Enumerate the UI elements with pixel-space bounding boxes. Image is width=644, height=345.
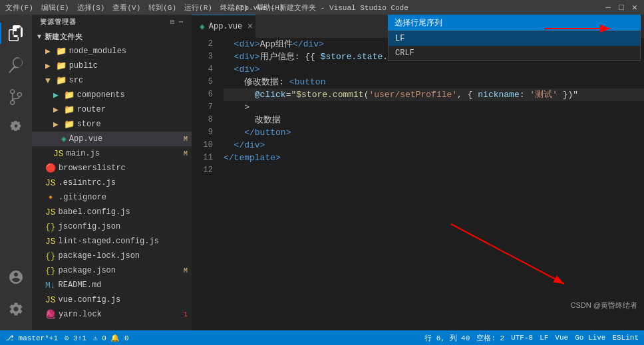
window-title: App.vue - 新建文件夹 - Visual Studio Code (236, 3, 408, 13)
sidebar-section-header[interactable]: ▼ 新建文件夹 (32, 29, 192, 44)
file-name: src (69, 76, 84, 85)
file-name: package.json (59, 266, 116, 275)
file-name: .gitignore (59, 193, 106, 202)
file-name: public (69, 61, 98, 70)
file-item[interactable]: M↓README.md (32, 278, 192, 292)
status-go-live[interactable]: Go Live (575, 334, 605, 342)
js-icon: JS (45, 178, 56, 188)
file-item[interactable]: JSlint-staged.config.js (32, 234, 192, 249)
file-item[interactable]: 🔴browserslistrc (32, 161, 192, 175)
file-item[interactable]: ▶ 📁router (32, 102, 192, 117)
activity-extensions[interactable] (0, 113, 32, 145)
activity-explorer[interactable] (0, 17, 32, 49)
minimize-button[interactable]: ─ (604, 3, 612, 11)
tab-close-icon[interactable]: × (247, 21, 253, 32)
file-item[interactable]: ▶ 📁public (32, 58, 192, 73)
folder-icon: ▼ 📁 (45, 75, 67, 86)
activity-source-control[interactable] (0, 81, 32, 113)
file-badge: M (184, 150, 188, 158)
file-item[interactable]: 🧶yarn.lock1 (32, 307, 192, 322)
file-item[interactable]: JSmain.jsM (32, 146, 192, 161)
file-item[interactable]: {}package-lock.json (32, 249, 192, 263)
menu-file[interactable]: 文件(F) (5, 3, 33, 13)
menu-run[interactable]: 运行(R) (184, 3, 212, 13)
activity-bar (0, 15, 32, 330)
file-item[interactable]: JSvue.config.js (32, 292, 192, 307)
status-branch[interactable]: ⎇ master*+1 (5, 334, 58, 342)
line-number: 8 (192, 114, 213, 126)
file-item[interactable]: ▶ 📁store (32, 117, 192, 132)
sidebar-header: 资源管理器 ⊞ ⋯ (32, 15, 192, 29)
activity-bar-bottom (0, 261, 32, 330)
tab-label: App.vue (209, 22, 242, 31)
status-spaces[interactable]: 空格: 2 (476, 333, 504, 343)
file-item[interactable]: JS.eslintrc.js (32, 175, 192, 190)
sidebar-header-icons[interactable]: ⊞ ⋯ (170, 18, 184, 26)
code-line: @click="$store.commit('user/setProfile',… (224, 88, 644, 101)
file-item[interactable]: ◈App.vueM (32, 132, 192, 146)
file-item[interactable]: ▶ 📁node_modules (32, 44, 192, 58)
menu-goto[interactable]: 转到(G) (148, 3, 176, 13)
status-bar: ⎇ master*+1 ⊙ 3↑1 ⚠ 0 🔔 0 行 6, 列 40 空格: … (0, 330, 644, 345)
code-content[interactable]: <div>App组件</div> <div>用户信息: {{ $store.st… (218, 38, 644, 330)
folder-icon: ▶ 📁 (45, 60, 67, 71)
dropdown-item-crlf[interactable]: CRLF (389, 46, 640, 60)
code-line: 改数据 (224, 114, 644, 126)
file-name: store (77, 120, 101, 129)
status-eslint[interactable]: ESLint (612, 334, 639, 342)
sidebar-title: 资源管理器 (40, 17, 77, 27)
js-icon: JS (45, 237, 56, 247)
status-language[interactable]: Vue (555, 334, 568, 342)
file-name: yarn.lock (59, 310, 102, 319)
file-badge: 1 (184, 311, 188, 318)
menu-edit[interactable]: 编辑(E) (41, 3, 69, 13)
window-controls[interactable]: ─ □ ✕ (604, 3, 639, 11)
section-arrow-icon: ▼ (37, 33, 42, 41)
menu-view[interactable]: 查看(V) (112, 3, 140, 13)
status-errors[interactable]: ⚠ 0 🔔 0 (93, 334, 129, 342)
line-number: 10 (192, 139, 213, 152)
file-item[interactable]: 🔸.gitignore (32, 190, 192, 205)
line-number: 5 (192, 76, 213, 88)
dropdown-header: 选择行尾序列 (388, 15, 641, 31)
status-position[interactable]: 行 6, 列 40 (424, 333, 470, 343)
activity-account[interactable] (0, 261, 32, 293)
line-ending-dropdown: 选择行尾序列 LF CRLF (388, 15, 641, 61)
editor-tab-app-vue[interactable]: ◈ App.vue × (192, 15, 255, 38)
dropdown-item-lf[interactable]: LF (389, 31, 640, 46)
status-right: 行 6, 列 40 空格: 2 UTF-8 LF Vue Go Live ESL… (424, 333, 639, 343)
json-icon: {} (45, 266, 56, 276)
activity-search[interactable] (0, 49, 32, 81)
file-name: README.md (59, 281, 102, 290)
vue-icon: ◈ (61, 134, 67, 144)
line-numbers: 23456789101112 (192, 38, 218, 330)
code-editor: 23456789101112 <div>App组件</div> <div>用户信… (192, 38, 644, 330)
status-sync[interactable]: ⊙ 3↑1 (65, 334, 86, 342)
line-number: 6 (192, 88, 213, 101)
code-line: </template> (224, 152, 644, 164)
collapse-icon[interactable]: ⋯ (179, 18, 184, 26)
file-name: components (77, 90, 125, 100)
status-encoding[interactable]: UTF-8 (511, 334, 533, 342)
titlebar: 文件(F) 编辑(E) 选择(S) 查看(V) 转到(G) 运行(R) 终端(T… (0, 0, 644, 15)
line-number: 7 (192, 101, 213, 114)
new-file-icon[interactable]: ⊞ (170, 18, 175, 26)
close-button[interactable]: ✕ (631, 3, 639, 11)
file-badge: M (184, 136, 188, 143)
folder-icon: ▶ 📁 (45, 46, 67, 57)
status-left: ⎇ master*+1 ⊙ 3↑1 ⚠ 0 🔔 0 (5, 334, 129, 342)
file-item[interactable]: ▼ 📁src (32, 73, 192, 88)
file-item[interactable]: JSbabel.config.js (32, 205, 192, 219)
file-item[interactable]: ▶ 📁components (32, 88, 192, 102)
maximize-button[interactable]: □ (617, 3, 625, 11)
menu-select[interactable]: 选择(S) (77, 3, 105, 13)
file-item[interactable]: {}package.jsonM (32, 263, 192, 278)
dropdown-list: LF CRLF (388, 31, 641, 61)
json-icon: {} (45, 251, 56, 261)
file-item[interactable]: {}jsconfig.json (32, 219, 192, 234)
file-name: .eslintrc.js (59, 178, 116, 187)
editor-area: 选择行尾序列 LF CRLF ◈ App.vue × 2 (192, 15, 644, 330)
activity-settings[interactable] (0, 293, 32, 325)
status-line-ending[interactable]: LF (540, 334, 548, 342)
md-icon: M↓ (45, 281, 56, 290)
